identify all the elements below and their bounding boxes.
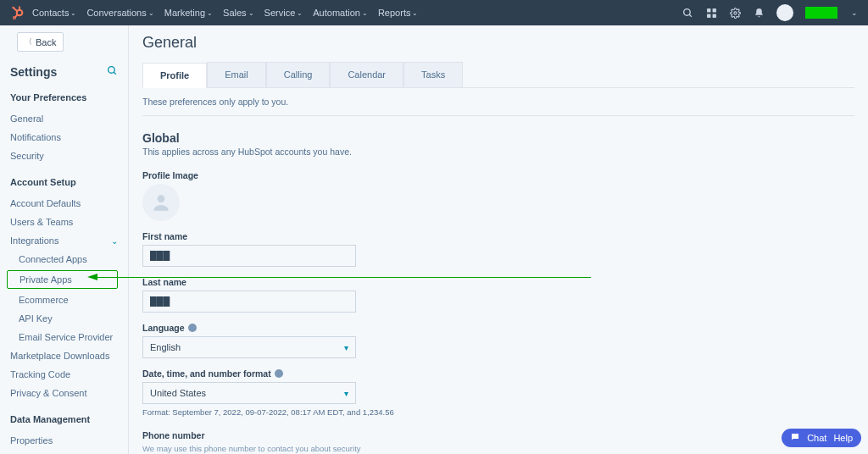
svg-rect-10 <box>712 8 715 12</box>
search-icon[interactable] <box>107 65 118 79</box>
label-format: Date, time, and number format <box>142 368 854 379</box>
sidebar-item-marketplace-downloads[interactable]: Marketplace Downloads <box>10 346 118 365</box>
hubspot-logo[interactable] <box>10 5 25 20</box>
global-subtitle: This applies across any HubSpot accounts… <box>142 147 854 157</box>
sidebar-item-properties[interactable]: Properties <box>10 431 118 450</box>
sidebar-item-account-defaults[interactable]: Account Defaults <box>10 194 118 213</box>
avatar[interactable] <box>776 4 793 21</box>
sidebar-item-objects[interactable]: Objects ⌄ <box>10 450 118 454</box>
bell-icon[interactable] <box>753 7 765 19</box>
nav-automation[interactable]: Automation⌄ <box>313 8 368 18</box>
account-name[interactable] <box>805 7 837 19</box>
svg-point-16 <box>158 195 165 202</box>
svg-rect-12 <box>712 14 715 17</box>
nav-service[interactable]: Service⌄ <box>264 8 303 18</box>
search-icon[interactable] <box>682 7 693 19</box>
sidebar-item-api-key[interactable]: API Key <box>10 309 118 328</box>
svg-rect-11 <box>707 14 710 17</box>
settings-sidebar: 〈 Back Settings Your Preferences General… <box>0 25 129 454</box>
chevron-down-icon: ⌄ <box>70 9 76 17</box>
svg-point-4 <box>19 6 20 8</box>
chevron-down-icon: ⌄ <box>248 9 254 17</box>
page-title: General <box>142 34 854 52</box>
first-name-input[interactable] <box>142 245 356 267</box>
svg-point-2 <box>12 7 14 9</box>
sidebar-item-privacy-consent[interactable]: Privacy & Consent <box>10 384 118 402</box>
svg-point-13 <box>733 11 736 14</box>
sidebar-item-notifications[interactable]: Notifications <box>10 128 118 147</box>
sidebar-item-private-apps[interactable]: Private Apps <box>11 274 114 285</box>
back-button[interactable]: 〈 Back <box>17 32 64 52</box>
chat-label: Chat <box>807 433 826 443</box>
svg-line-8 <box>689 14 692 17</box>
sidebar-item-email-service-provider[interactable]: Email Service Provider <box>10 328 118 346</box>
chevron-down-icon: ▾ <box>344 343 348 352</box>
language-value: English <box>150 342 181 352</box>
svg-point-7 <box>683 8 690 15</box>
nav-menu: Contacts⌄ Conversations⌄ Marketing⌄ Sale… <box>32 8 418 18</box>
integrations-label: Integrations <box>10 235 58 246</box>
chevron-down-icon: ⌄ <box>111 236 118 246</box>
section-your-preferences: Your Preferences <box>10 92 118 102</box>
label-profile-image: Profile Image <box>142 170 854 180</box>
chevron-down-icon: ⌄ <box>362 9 368 17</box>
nav-sales[interactable]: Sales⌄ <box>223 8 254 18</box>
profile-image-upload[interactable] <box>142 184 180 221</box>
gear-icon[interactable] <box>729 7 741 19</box>
chevron-down-icon: ⌄ <box>412 9 418 17</box>
tab-calendar[interactable]: Calendar <box>330 62 403 87</box>
back-label: Back <box>36 37 56 47</box>
page-subtitle: These preferences only apply to you. <box>142 97 854 116</box>
last-name-input[interactable] <box>142 291 356 313</box>
top-navbar: Contacts⌄ Conversations⌄ Marketing⌄ Sale… <box>0 0 868 25</box>
help-label: Help <box>833 433 853 443</box>
nav-marketing[interactable]: Marketing⌄ <box>164 8 213 18</box>
nav-reports[interactable]: Reports⌄ <box>378 8 419 18</box>
tab-calling[interactable]: Calling <box>266 62 331 87</box>
nav-contacts[interactable]: Contacts⌄ <box>32 8 76 18</box>
sidebar-item-tracking-code[interactable]: Tracking Code <box>10 365 118 384</box>
tab-profile[interactable]: Profile <box>142 63 207 88</box>
language-select[interactable]: English ▾ <box>142 336 356 358</box>
info-icon <box>188 324 197 332</box>
svg-point-14 <box>108 67 115 74</box>
chevron-down-icon: ⌄ <box>297 9 303 17</box>
label-language: Language <box>142 323 854 333</box>
phone-help-text: We may use this phone number to contact … <box>142 444 363 454</box>
nav-conversations[interactable]: Conversations⌄ <box>86 8 153 18</box>
global-title: Global <box>142 131 854 145</box>
marketplace-icon[interactable] <box>705 7 717 19</box>
nav-icons: ⌄ <box>682 4 858 21</box>
tabs: Profile Email Calling Calendar Tasks <box>142 62 854 88</box>
info-icon <box>275 369 283 378</box>
person-icon <box>150 191 172 213</box>
section-account-setup: Account Setup <box>10 177 118 187</box>
format-hint: Format: September 7, 2022, 09-07-2022, 0… <box>142 407 854 417</box>
chevron-down-icon: ⌄ <box>148 9 154 17</box>
sidebar-item-users-teams[interactable]: Users & Teams <box>10 213 118 231</box>
sidebar-title: Settings <box>10 65 57 79</box>
sidebar-item-security[interactable]: Security <box>10 147 118 165</box>
sidebar-item-connected-apps[interactable]: Connected Apps <box>10 250 118 269</box>
tab-email[interactable]: Email <box>207 62 266 87</box>
svg-point-6 <box>14 17 16 19</box>
label-first-name: First name <box>142 231 854 241</box>
chevron-down-icon: ⌄ <box>207 9 213 17</box>
chat-bubble-icon <box>790 432 800 444</box>
format-value: United States <box>150 388 206 398</box>
sidebar-item-general[interactable]: General <box>10 109 118 128</box>
sidebar-item-integrations[interactable]: Integrations ⌄ <box>10 231 118 250</box>
sidebar-item-ecommerce[interactable]: Ecommerce <box>10 291 118 309</box>
svg-line-15 <box>114 72 116 75</box>
tab-tasks[interactable]: Tasks <box>403 62 463 87</box>
label-last-name: Last name <box>142 277 854 287</box>
section-data-management: Data Management <box>10 414 118 424</box>
format-select[interactable]: United States ▾ <box>142 382 356 404</box>
chevron-left-icon: 〈 <box>25 36 32 47</box>
label-phone: Phone number <box>142 430 854 440</box>
svg-rect-9 <box>707 8 710 12</box>
chevron-down-icon: ⌄ <box>851 8 858 17</box>
content-area: General Profile Email Calling Calendar T… <box>129 25 868 454</box>
chevron-down-icon: ▾ <box>344 389 348 398</box>
chat-widget[interactable]: Chat Help <box>782 429 861 447</box>
